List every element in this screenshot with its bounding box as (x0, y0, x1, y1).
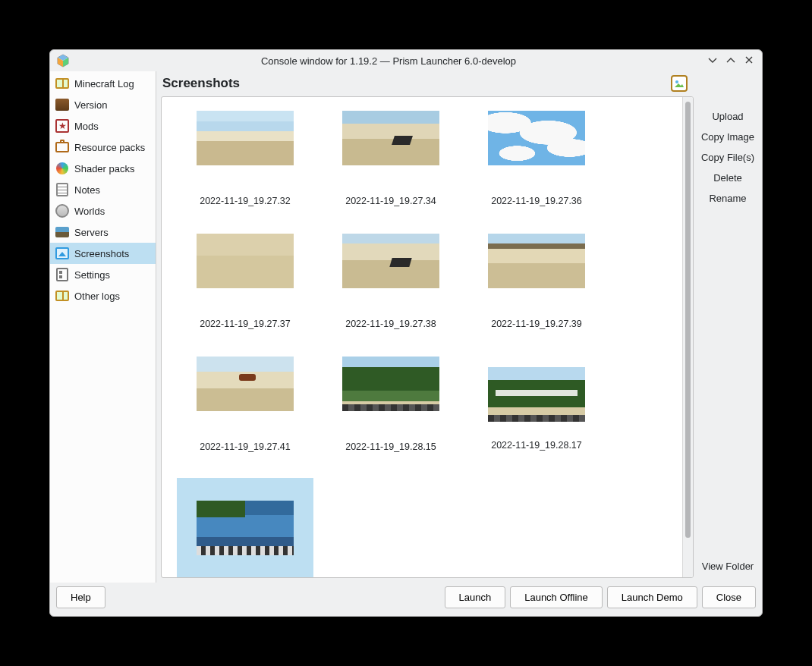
screenshot-item[interactable]: 2022-11-19_19.27.37 (177, 232, 313, 352)
sidebar-item-label: Shader packs (74, 163, 135, 174)
sidebar-item-label: Mods (74, 121, 99, 132)
screenshot-item[interactable]: 2022-11-19_19.27.38 (323, 232, 459, 352)
screenshot-thumbnail (197, 357, 294, 411)
globe-icon (55, 203, 70, 218)
book-icon (55, 288, 70, 303)
star-icon: ★ (55, 118, 70, 134)
sidebar-item-settings[interactable]: Settings (50, 264, 156, 285)
launch-offline-button[interactable]: Launch Offline (510, 586, 603, 608)
screenshot-thumbnail (342, 111, 439, 165)
sidebar-item-worlds[interactable]: Worlds (50, 200, 156, 221)
notes-icon (55, 182, 70, 197)
briefcase-icon (55, 140, 70, 155)
screenshot-item[interactable]: 2022-11-19_19.27.41 (177, 355, 313, 475)
action-panel: Upload Copy Image Copy File(s) Delete Re… (694, 71, 762, 583)
screenshot-thumbnail (342, 357, 439, 411)
panel-header: Screenshots (156, 71, 694, 96)
sidebar-item-resource-packs[interactable]: Resource packs (50, 137, 156, 158)
screenshot-item[interactable]: 2022-11-19_19.27.34 (323, 109, 459, 229)
sidebar-item-label: Resource packs (74, 142, 145, 153)
sidebar-item-shader-packs[interactable]: Shader packs (50, 158, 156, 179)
delete-action[interactable]: Delete (712, 168, 744, 188)
sidebar-item-label: Notes (74, 184, 100, 196)
screenshot-thumbnail (197, 111, 294, 165)
close-button[interactable] (744, 55, 754, 68)
console-window: Console window for 1.19.2 — Prism Launch… (49, 49, 763, 617)
screenshot-thumbnail (197, 501, 294, 555)
help-button[interactable]: Help (56, 586, 105, 608)
app-icon (56, 54, 70, 68)
sidebar-item-servers[interactable]: Servers (50, 221, 156, 243)
sidebar-item-label: Minecraft Log (74, 78, 134, 90)
screenshot-thumbnail (488, 111, 585, 165)
screenshot-name: 2022-11-19_19.27.39 (491, 319, 582, 329)
launch-demo-button[interactable]: Launch Demo (607, 586, 697, 608)
screenshot-name: 2022-11-19_19.28.15 (345, 441, 436, 452)
shader-icon (55, 161, 70, 176)
rename-action[interactable]: Rename (707, 188, 747, 209)
sidebar-item-label: Servers (74, 227, 109, 238)
screenshot-thumbnail (197, 234, 294, 288)
sidebar-item-mods[interactable]: ★ Mods (50, 115, 156, 137)
sidebar-item-screenshots[interactable]: Screenshots (50, 243, 156, 264)
screenshot-name: 2022-11-19_19.27.41 (200, 441, 291, 452)
screenshot-name: 2022-11-19_19.27.38 (345, 319, 436, 329)
image-icon (671, 75, 688, 92)
window-title: Console window for 1.19.2 — Prism Launch… (70, 55, 707, 67)
screenshot-thumbnail (342, 234, 439, 288)
copy-files-action[interactable]: Copy File(s) (700, 147, 756, 168)
screenshot-name: 2022-11-19_19.27.36 (491, 196, 582, 206)
screenshot-item[interactable]: 2022-11-19_19.27.36 (468, 109, 605, 229)
screenshot-item-selected[interactable]: 2022-11-19_19.28.18 (177, 478, 313, 577)
copy-image-action[interactable]: Copy Image (700, 127, 756, 147)
view-folder-action[interactable]: View Folder (700, 556, 755, 576)
sidebar-item-label: Version (74, 99, 107, 111)
screenshot-thumbnail (488, 367, 585, 422)
titlebar: Console window for 1.19.2 — Prism Launch… (50, 50, 762, 71)
screenshot-item[interactable]: 2022-11-19_19.27.32 (177, 109, 313, 229)
screenshot-name: 2022-11-19_19.28.17 (491, 440, 582, 451)
minimize-button[interactable] (707, 55, 718, 68)
sidebar-item-label: Screenshots (74, 248, 129, 259)
settings-icon (55, 267, 70, 282)
upload-action[interactable]: Upload (710, 106, 744, 127)
close-button[interactable]: Close (702, 586, 756, 608)
bottom-toolbar: Help Launch Launch Offline Launch Demo C… (50, 583, 762, 616)
sidebar-item-notes[interactable]: Notes (50, 179, 156, 200)
screenshot-name: 2022-11-19_19.27.32 (200, 196, 291, 206)
screenshot-name: 2022-11-19_19.27.34 (345, 196, 436, 206)
launch-button[interactable]: Launch (445, 586, 506, 608)
sidebar-item-label: Worlds (74, 206, 105, 217)
svg-point-5 (675, 80, 678, 83)
screenshot-item[interactable]: 2022-11-19_19.28.17 (468, 355, 605, 475)
screenshot-thumbnail (488, 234, 585, 288)
sidebar-item-label: Other logs (74, 291, 120, 302)
sidebar: Minecraft Log Version ★ Mods Resource pa… (50, 71, 156, 583)
sidebar-item-label: Settings (74, 269, 110, 281)
image-icon (55, 246, 70, 261)
screenshot-name: 2022-11-19_19.27.37 (200, 319, 291, 329)
book-icon (55, 76, 70, 91)
screenshot-item[interactable]: 2022-11-19_19.28.15 (323, 355, 459, 475)
sidebar-item-minecraft-log[interactable]: Minecraft Log (50, 73, 156, 94)
scroll-thumb[interactable] (685, 102, 691, 538)
sidebar-item-version[interactable]: Version (50, 94, 156, 115)
maximize-button[interactable] (725, 55, 736, 68)
screenshot-item[interactable]: 2022-11-19_19.27.39 (468, 232, 605, 352)
servers-icon (55, 225, 70, 240)
dirt-block-icon (55, 97, 70, 112)
screenshot-gallery: 2022-11-19_19.27.32 2022-11-19_19.27.34 … (161, 96, 694, 578)
sidebar-item-other-logs[interactable]: Other logs (50, 285, 156, 306)
vertical-scrollbar[interactable] (682, 97, 693, 577)
panel-title: Screenshots (162, 76, 671, 91)
